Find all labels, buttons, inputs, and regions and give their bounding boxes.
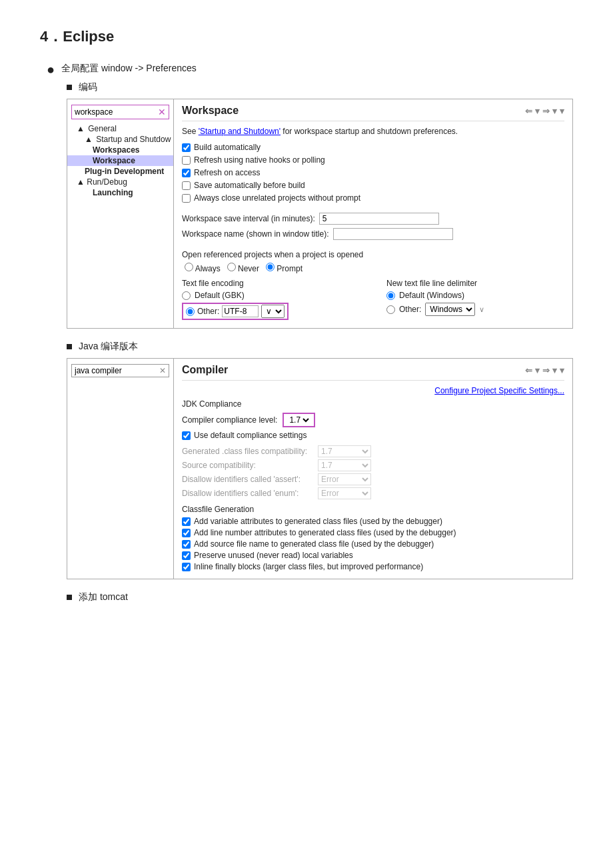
name-input[interactable] bbox=[333, 228, 453, 240]
configure-project-link[interactable]: Configure Project Specific Settings... bbox=[182, 386, 564, 395]
sub-select-enum[interactable]: Error bbox=[318, 487, 371, 499]
classfile-cb-1[interactable] bbox=[182, 517, 191, 526]
classfile-label-1: Add variable attributes to generated cla… bbox=[194, 517, 442, 526]
refresh-access-checkbox[interactable] bbox=[182, 169, 191, 177]
compiler-panel: ✕ Compiler ⇐ ▾ ⇒ ▾ ▾ Configure Project S… bbox=[67, 358, 573, 579]
open-ref-label: Open referenced projects when a project … bbox=[182, 250, 363, 259]
compliance-label: Compiler compliance level: bbox=[182, 415, 277, 425]
pref-refresh-access: Refresh on access bbox=[182, 168, 564, 177]
compliance-select[interactable]: 1.7 1.6 1.8 bbox=[287, 415, 311, 425]
encoding-gbk-row: Default (GBK) bbox=[182, 291, 360, 300]
comp-nav-drop1-icon[interactable]: ▾ bbox=[535, 365, 540, 375]
workspace-search-box[interactable]: ✕ bbox=[71, 105, 169, 119]
comp-nav-drop2-icon[interactable]: ▾ bbox=[552, 365, 557, 375]
compiler-tree bbox=[67, 380, 173, 527]
bullet-square bbox=[67, 85, 72, 90]
save-before-build-label: Save automatically before build bbox=[194, 181, 305, 190]
comp-nav-down-icon[interactable]: ▾ bbox=[560, 365, 564, 375]
bullet-text-java: Java 编译版本 bbox=[79, 341, 138, 353]
workspace-search-input[interactable] bbox=[75, 107, 141, 117]
encoding-other-radio[interactable] bbox=[186, 307, 195, 316]
pref-name-row: Workspace name (shown in window title): bbox=[182, 228, 564, 240]
compliance-dropdown[interactable]: 1.7 1.6 1.8 bbox=[283, 413, 315, 427]
newline-default-radio[interactable] bbox=[386, 291, 395, 300]
compiler-search-input[interactable] bbox=[75, 366, 148, 375]
workspace-desc: See 'Startup and Shutdown' for workspace… bbox=[182, 127, 564, 136]
tree-item-launching[interactable]: Launching bbox=[67, 187, 173, 198]
interval-input[interactable] bbox=[319, 213, 439, 225]
bullet-square3 bbox=[67, 595, 72, 600]
build-auto-checkbox[interactable] bbox=[182, 143, 191, 152]
tree-item-rundebug[interactable]: ▲ Run/Debug bbox=[67, 177, 173, 187]
radio-prompt[interactable] bbox=[266, 263, 275, 271]
bullet-dot: ● bbox=[47, 61, 55, 77]
newline-default-label: Default (Windows) bbox=[399, 291, 464, 300]
close-unrelated-checkbox[interactable] bbox=[182, 194, 191, 203]
classfile-row-5: Inline finally blocks (larger class file… bbox=[182, 562, 564, 571]
newline-other-radio[interactable] bbox=[386, 305, 395, 314]
sub-label-assert: Disallow identifiers called 'assert': bbox=[182, 475, 315, 484]
encoding-gbk-radio[interactable] bbox=[182, 291, 191, 300]
bullet-global-config: ● 全局配置 window -> Preferences bbox=[47, 63, 573, 77]
pref-save-before-build: Save automatically before build bbox=[182, 181, 564, 190]
sub-select-assert[interactable]: Error bbox=[318, 473, 371, 485]
classfile-cb-2[interactable] bbox=[182, 529, 191, 537]
refresh-native-checkbox[interactable] bbox=[182, 156, 191, 165]
sub-select-source-compat[interactable]: 1.7 bbox=[318, 459, 371, 471]
tree-item-general[interactable]: ▲ General bbox=[67, 123, 173, 134]
encoding-left: Text file encoding Default (GBK) Other: … bbox=[182, 279, 360, 323]
refresh-native-label: Refresh using native hooks or polling bbox=[194, 155, 325, 165]
radio-never-label: Never bbox=[227, 263, 259, 273]
workspace-settings-panel: Workspace ⇐ ▾ ⇒ ▾ ▾ See 'Startup and Shu… bbox=[174, 99, 572, 328]
classfile-row-1: Add variable attributes to generated cla… bbox=[182, 517, 564, 526]
save-before-build-checkbox[interactable] bbox=[182, 181, 191, 190]
classfile-row-2: Add line number attributes to generated … bbox=[182, 528, 564, 537]
pref-refresh-native: Refresh using native hooks or polling bbox=[182, 155, 564, 165]
compiler-search-clear-icon[interactable]: ✕ bbox=[159, 366, 166, 375]
nav-down-icon[interactable]: ▾ bbox=[560, 106, 564, 116]
nav-dropdown2-icon[interactable]: ▾ bbox=[552, 106, 557, 116]
compiler-title-nav: ⇐ ▾ ⇒ ▾ ▾ bbox=[525, 365, 564, 375]
classfile-cb-5[interactable] bbox=[182, 563, 191, 571]
sub-row-source-compat: Source compatibility: 1.7 bbox=[182, 459, 564, 471]
classfile-cb-4[interactable] bbox=[182, 551, 191, 560]
pref-interval-row: Workspace save interval (in minutes): bbox=[182, 213, 564, 225]
nav-back-icon[interactable]: ⇐ bbox=[525, 106, 532, 116]
radio-never[interactable] bbox=[227, 263, 236, 271]
newline-right: New text file line delimiter Default (Wi… bbox=[386, 279, 564, 323]
encoding-other-row: Other: ∨ bbox=[182, 303, 360, 320]
bullet-tomcat: 添加 tomcat bbox=[67, 591, 573, 603]
comp-nav-back-icon[interactable]: ⇐ bbox=[525, 365, 532, 375]
encoding-other-select[interactable]: ∨ bbox=[261, 305, 285, 318]
nav-dropdown1-icon[interactable]: ▾ bbox=[535, 106, 540, 116]
classfile-label-3: Add source file name to generated class … bbox=[194, 539, 434, 549]
startup-link[interactable]: 'Startup and Shutdown' bbox=[199, 127, 281, 136]
classfile-label-2: Add line number attributes to generated … bbox=[194, 528, 456, 537]
radio-always[interactable] bbox=[185, 263, 193, 271]
classfile-cb-3[interactable] bbox=[182, 540, 191, 549]
sub-label-enum: Disallow identifiers called 'enum': bbox=[182, 489, 315, 498]
sub-label-class-compat: Generated .class files compatibility: bbox=[182, 447, 315, 456]
tree-item-workspaces[interactable]: Workspaces bbox=[67, 145, 173, 155]
nav-forward-icon[interactable]: ⇒ bbox=[542, 106, 550, 116]
classfile-row-4: Preserve unused (never read) local varia… bbox=[182, 551, 564, 560]
sub-row-assert: Disallow identifiers called 'assert': Er… bbox=[182, 473, 564, 485]
tree-item-workspace[interactable]: Workspace bbox=[67, 155, 173, 166]
workspace-panel: ✕ ▲ General ▲ Startup and Shutdow Worksp… bbox=[67, 99, 573, 329]
tree-item-plugin[interactable]: Plug-in Development bbox=[67, 166, 173, 177]
pref-build-auto: Build automatically bbox=[182, 143, 564, 152]
comp-nav-forward-icon[interactable]: ⇒ bbox=[542, 365, 550, 375]
newline-other-chevron: ∨ bbox=[479, 305, 484, 314]
use-default-checkbox[interactable] bbox=[182, 431, 191, 440]
sub-select-class-compat[interactable]: 1.7 bbox=[318, 445, 371, 457]
bullet-text-global: 全局配置 window -> Preferences bbox=[61, 63, 197, 75]
tree-item-startup[interactable]: ▲ Startup and Shutdow bbox=[67, 134, 173, 145]
workspace-tree: ▲ General ▲ Startup and Shutdow Workspac… bbox=[67, 122, 173, 199]
search-clear-icon[interactable]: ✕ bbox=[158, 107, 166, 117]
open-ref-radios: Always Never Prompt bbox=[185, 263, 564, 273]
encoding-other-input[interactable] bbox=[222, 305, 259, 317]
newline-other-select[interactable]: Windows bbox=[425, 303, 475, 316]
bullet-java-compiler: Java 编译版本 bbox=[67, 341, 573, 353]
compiler-search-box[interactable]: ✕ bbox=[71, 364, 169, 377]
pref-close-unrelated: Always close unrelated projects without … bbox=[182, 193, 564, 203]
